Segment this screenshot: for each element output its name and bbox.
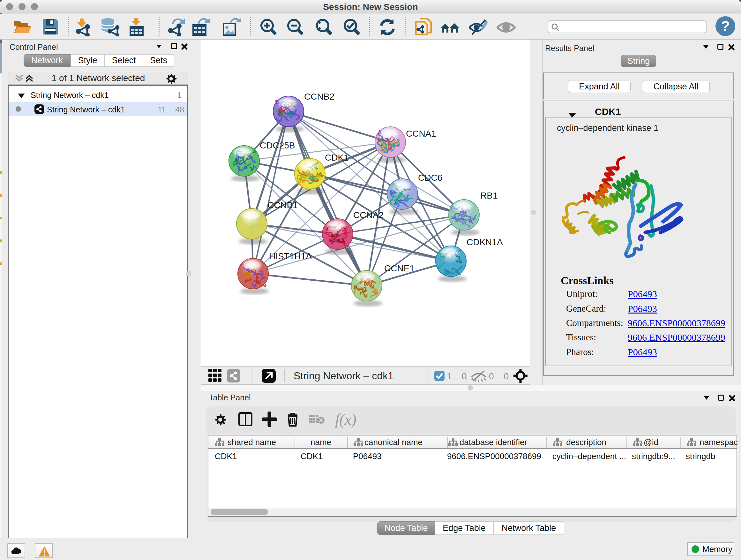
- svg-text:RB1: RB1: [480, 191, 497, 200]
- svg-text:CDC6: CDC6: [418, 173, 442, 183]
- svg-text:HIST1H1A: HIST1H1A: [269, 251, 312, 261]
- svg-text:CDC25B: CDC25B: [260, 140, 295, 150]
- svg-text:CDK1: CDK1: [325, 152, 349, 163]
- svg-text:CCNA1: CCNA1: [406, 129, 436, 138]
- svg-text:CCNA2: CCNA2: [353, 210, 384, 220]
- svg-text:CCNB1: CCNB1: [267, 200, 298, 210]
- svg-text:CCNE1: CCNE1: [384, 263, 414, 273]
- svg-text:CCNB2: CCNB2: [304, 91, 334, 102]
- svg-text:CDKN1A: CDKN1A: [467, 237, 503, 247]
